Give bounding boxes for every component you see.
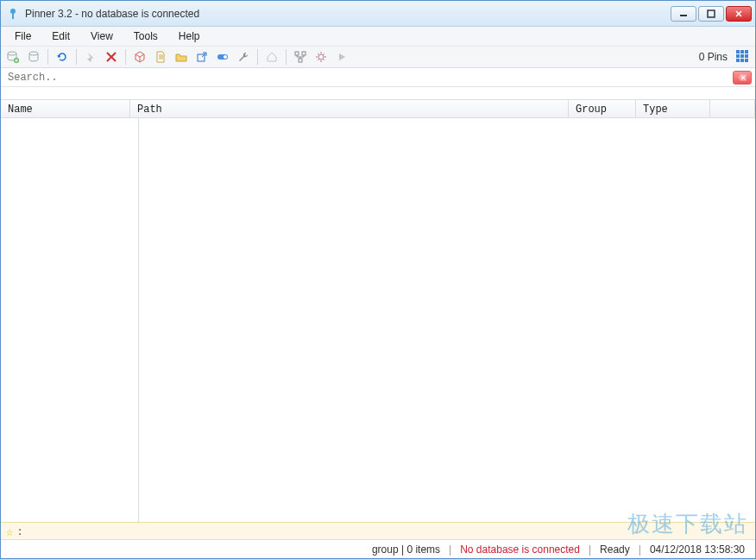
status-separator: | <box>589 543 591 556</box>
pins-count-label: 0 Pins <box>699 51 731 63</box>
menu-edit[interactable]: Edit <box>43 28 79 44</box>
toolbar: 0 Pins <box>1 46 755 68</box>
svg-rect-12 <box>299 59 302 62</box>
svg-point-13 <box>318 54 324 60</box>
toggle-icon[interactable] <box>214 48 231 66</box>
svg-point-9 <box>224 55 227 59</box>
column-header-name[interactable]: Name <box>1 100 130 117</box>
database-add-icon[interactable] <box>4 48 22 66</box>
status-separator: | <box>449 543 451 556</box>
app-icon <box>6 7 20 21</box>
clear-search-button[interactable] <box>733 71 752 85</box>
column-header-path[interactable]: Path <box>130 100 569 117</box>
svg-rect-1 <box>12 13 14 19</box>
maximize-button[interactable] <box>698 6 724 22</box>
svg-point-6 <box>29 52 38 55</box>
column-headers: Name Path Group Type <box>1 99 755 118</box>
minimize-button[interactable] <box>671 6 696 22</box>
svg-rect-2 <box>680 15 687 16</box>
toolbar-separator <box>286 49 287 65</box>
gear-icon[interactable] <box>312 48 330 66</box>
menu-help[interactable]: Help <box>170 28 209 44</box>
document-icon[interactable] <box>152 48 169 66</box>
status-datetime: 04/12/2018 13:58:30 <box>646 543 748 556</box>
grid-view-icon[interactable] <box>734 48 752 66</box>
wrench-icon[interactable] <box>235 48 252 66</box>
play-icon <box>333 48 350 66</box>
pin-icon <box>82 48 99 66</box>
tools-cross-icon[interactable] <box>103 48 120 66</box>
menu-tools[interactable]: Tools <box>125 28 167 44</box>
toolbar-separator <box>257 49 258 65</box>
toolbar-separator <box>125 49 126 65</box>
status-ready: Ready <box>596 543 633 556</box>
column-header-extra[interactable] <box>710 100 755 117</box>
menubar: File Edit View Tools Help <box>1 27 755 46</box>
tree-pane[interactable] <box>1 118 139 522</box>
favorites-bar: ☆ : <box>1 522 755 539</box>
window-title: Pinner 3.2 - no database is connected <box>25 8 199 20</box>
star-icon: ☆ <box>6 524 13 538</box>
toolbar-separator <box>47 49 48 65</box>
menu-view[interactable]: View <box>82 28 122 44</box>
svg-rect-11 <box>302 52 306 55</box>
box-icon[interactable] <box>131 48 148 66</box>
window-controls <box>671 6 755 22</box>
svg-rect-10 <box>295 52 299 55</box>
external-link-icon[interactable] <box>193 48 211 66</box>
column-header-group[interactable]: Group <box>569 100 636 117</box>
svg-point-4 <box>8 52 16 55</box>
svg-rect-3 <box>708 10 715 17</box>
favorites-separator: : <box>16 525 22 537</box>
refresh-icon[interactable] <box>54 48 71 66</box>
tree-icon[interactable] <box>292 48 309 66</box>
status-db-message: No database is connected <box>457 543 583 556</box>
column-header-type[interactable]: Type <box>636 100 710 117</box>
search-input[interactable] <box>4 70 729 85</box>
status-group-items: group | 0 items <box>369 543 444 556</box>
search-row <box>1 68 755 87</box>
menu-file[interactable]: File <box>6 28 40 44</box>
close-button[interactable] <box>726 6 752 22</box>
content-area <box>1 118 755 522</box>
status-separator: | <box>639 543 641 556</box>
titlebar: Pinner 3.2 - no database is connected <box>1 1 755 27</box>
home-icon <box>263 48 280 66</box>
list-pane[interactable] <box>139 118 755 522</box>
folder-icon[interactable] <box>173 48 190 66</box>
status-bar: group | 0 items | No database is connect… <box>1 539 755 558</box>
toolbar-separator <box>76 49 77 65</box>
database-icon[interactable] <box>25 48 42 66</box>
